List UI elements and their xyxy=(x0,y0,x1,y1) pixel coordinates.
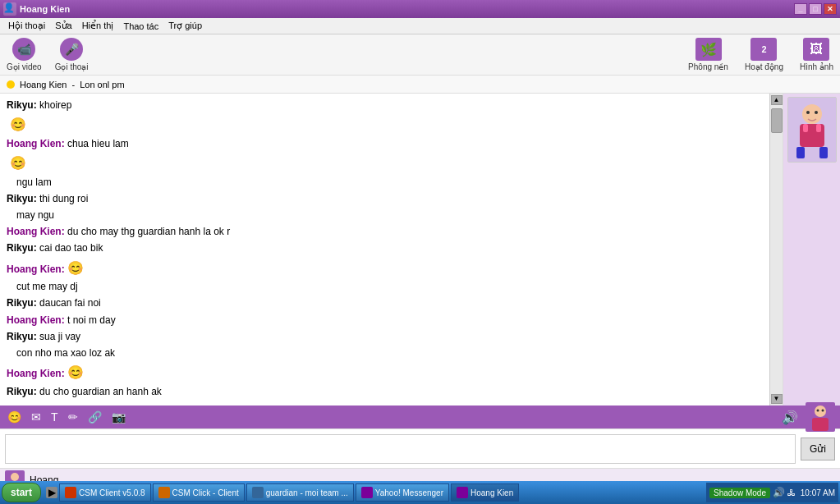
svg-point-9 xyxy=(815,405,826,417)
hoang-kien-icon xyxy=(457,487,468,498)
csm-client-icon xyxy=(65,487,76,498)
photo-button[interactable]: 🖼 Hình ảnh xyxy=(800,38,833,71)
chat-message-row: Rikyu: khoirep xyxy=(7,98,763,113)
toolbar: 📹 Gọi video 🎤 Gọi thoại 🌿 Phông nền 2 Ho… xyxy=(0,34,840,76)
video-call-button[interactable]: 📹 Gọi video xyxy=(7,38,42,71)
menu-thao-tac[interactable]: Thao tác xyxy=(118,20,163,33)
input-toolbar: 😊 ✉ T ✏ 🔗 📷 🔊 xyxy=(0,405,840,428)
status-dot xyxy=(7,80,15,89)
taskbar-item-guardian[interactable]: guardian - moi team ... xyxy=(246,483,354,502)
maximize-button[interactable]: □ xyxy=(809,3,822,15)
photo-tool-button[interactable]: 📷 xyxy=(109,409,128,425)
systray: Shadow Mode 🔊 🖧 10:07 AM xyxy=(706,483,838,502)
background-label: Phông nền xyxy=(688,62,728,71)
close-button[interactable]: ✕ xyxy=(824,3,837,15)
taskbar-item-hoang-kien[interactable]: Hoang Kien xyxy=(451,483,519,502)
chat-message-row: Hoang Kien: du cho may thg guardian hanh… xyxy=(7,224,763,240)
input-area: Gửi xyxy=(0,428,840,468)
systray-icons: 🔊 xyxy=(773,487,785,498)
chat-message-row: Hoang Kien: chua hieu lam xyxy=(7,136,763,152)
taskbar-item-csm-click[interactable]: CSM Click - Client xyxy=(153,483,245,502)
status-bar: Hoang Kien - Lon onl pm xyxy=(0,76,840,94)
photo-icon: 🖼 xyxy=(803,38,829,61)
background-icon: 🌿 xyxy=(695,38,722,61)
status-separator: - xyxy=(72,80,76,89)
taskbar-items: CSM Client v5.0.8 CSM Click - Client gua… xyxy=(59,483,706,502)
status-text: Lon onl pm xyxy=(80,80,124,89)
guardian-icon xyxy=(252,487,264,498)
minimize-button[interactable]: _ xyxy=(794,3,807,15)
menu-sua[interactable]: Sửa xyxy=(50,19,76,33)
taskbar-label-csm-click: CSM Click - Client xyxy=(172,488,239,497)
svg-rect-4 xyxy=(819,147,828,158)
scrollbar-thumb[interactable] xyxy=(771,108,783,133)
taskbar: start ▶ CSM Client v5.0.8 CSM Click - Cl… xyxy=(0,481,840,504)
svg-rect-8 xyxy=(816,124,821,132)
chat-message-row: Hoang Kien: 😊 xyxy=(7,94,763,97)
menu-hien-thi[interactable]: Hiển thị xyxy=(77,19,119,33)
audio-tool-button[interactable]: 🔊 xyxy=(779,408,801,427)
contact-photo-panel xyxy=(783,94,840,405)
chat-message-row: Hoang Kien: 😊 xyxy=(7,362,763,383)
chat-message-row: Hoang Kien: 😊 xyxy=(7,258,763,279)
svg-rect-7 xyxy=(803,124,808,132)
svg-point-13 xyxy=(11,473,19,481)
chat-message-row: 😊 xyxy=(7,114,763,135)
chat-area: Rikyu: an noi cho can thanko cung co nga… xyxy=(0,94,840,405)
taskbar-label-csm-client: CSM Client v5.0.8 xyxy=(79,488,145,497)
message-tool-button[interactable]: ✉ xyxy=(29,409,44,425)
voice-call-label: Gọi thoại xyxy=(55,62,89,71)
taskbar-separator: ▶ xyxy=(46,487,57,498)
contact-avatar-image xyxy=(787,97,837,163)
chat-messages[interactable]: Rikyu: an noi cho can thanko cung co nga… xyxy=(0,94,769,405)
user-avatar-small xyxy=(806,402,835,432)
activity-icon: 2 xyxy=(750,38,777,61)
voice-call-button[interactable]: 🎤 Gọi thoại xyxy=(55,38,89,71)
svg-point-6 xyxy=(815,111,818,114)
shadow-mode-button[interactable]: Shadow Mode xyxy=(709,488,770,498)
taskbar-label-yahoo: Yahoo! Messenger xyxy=(375,488,443,497)
svg-point-12 xyxy=(822,410,824,412)
send-button[interactable]: Gửi xyxy=(801,438,835,460)
voice-call-icon: 🎤 xyxy=(60,38,83,61)
title-bar: 👤 Hoang Kien _ □ ✕ xyxy=(0,0,840,18)
chat-message-row: Hoang Kien: t noi m day xyxy=(7,313,763,328)
status-username: Hoang Kien xyxy=(20,80,67,89)
title-bar-controls: _ □ ✕ xyxy=(794,3,837,15)
video-call-label: Gọi video xyxy=(7,62,42,71)
chat-message-row: con nho ma xao loz ak xyxy=(7,346,763,361)
video-call-icon: 📹 xyxy=(12,38,35,61)
svg-point-5 xyxy=(806,111,810,114)
systray-network: 🖧 xyxy=(787,488,796,497)
chat-message-row: Rikyu: sua ji vay xyxy=(7,329,763,345)
start-button[interactable]: start xyxy=(2,483,41,502)
photo-label: Hình ảnh xyxy=(800,62,833,71)
taskbar-label-hoang-kien: Hoang Kien xyxy=(470,488,513,497)
csm-click-icon xyxy=(158,487,170,498)
activity-button[interactable]: 2 Hoạt động xyxy=(745,38,783,71)
background-button[interactable]: 🌿 Phông nền xyxy=(688,38,728,71)
svg-rect-10 xyxy=(812,418,829,431)
chat-message-row: ngu lam xyxy=(7,175,763,190)
window-title: Hoang Kien xyxy=(20,4,794,14)
svg-rect-3 xyxy=(796,147,805,158)
taskbar-item-yahoo[interactable]: Yahoo! Messenger xyxy=(356,483,449,502)
draw-tool-button[interactable]: ✏ xyxy=(66,409,80,425)
menu-tro-giup[interactable]: Trợ giúp xyxy=(163,19,207,33)
svg-point-11 xyxy=(817,410,819,412)
app-icon: 👤 xyxy=(3,2,16,16)
chat-message-row: cut me may dj xyxy=(7,279,763,295)
emoji-tool-button[interactable]: 😊 xyxy=(5,409,24,425)
taskbar-item-csm-client[interactable]: CSM Client v5.0.8 xyxy=(59,483,151,502)
chat-message-row: may ngu xyxy=(7,208,763,223)
taskbar-label-guardian: guardian - moi team ... xyxy=(266,488,348,497)
chat-message-row: Rikyu: daucan fai noi xyxy=(7,296,763,311)
menu-bar: Hội thoại Sửa Hiển thị Thao tác Trợ giúp xyxy=(0,18,840,34)
menu-hoi-thoai[interactable]: Hội thoại xyxy=(3,19,50,33)
scrollbar[interactable]: ▲ ▼ xyxy=(769,94,783,405)
chat-message-row: Rikyu: cai dao tao bik xyxy=(7,241,763,256)
link-tool-button[interactable]: 🔗 xyxy=(85,409,104,425)
chat-input[interactable] xyxy=(5,434,796,464)
font-tool-button[interactable]: T xyxy=(48,409,61,425)
yahoo-icon xyxy=(361,487,373,498)
